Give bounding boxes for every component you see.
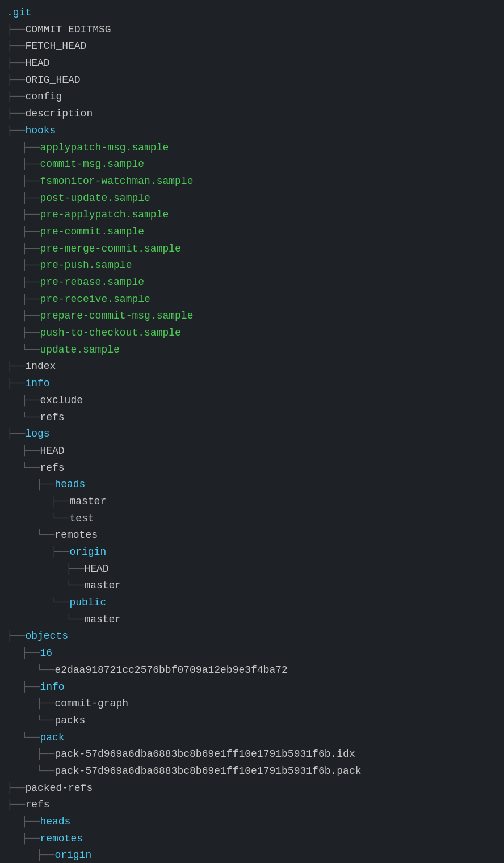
tree-item-pre-rebase: ├── pre-rebase.sample [7,274,497,291]
tree-item-refs-remotes: ├── remotes [7,831,497,848]
tree-item-post-update: ├── post-update.sample [7,190,497,207]
tree-item-name: HEAD [40,443,64,460]
tree-item-logs-refs-remotes-public-master: └── master [7,611,497,629]
tree-connector: ├── [7,797,25,814]
tree-item-name: pre-receive.sample [40,291,150,308]
tree-item-logs: ├── logs [7,426,497,443]
tree-item-objects-16: ├── 16 [7,645,497,662]
tree-connector: ├── [22,325,40,342]
tree-item-prepare-commit-msg: ├── prepare-commit-msg.sample [7,308,497,325]
tree-item-objects-info: ├── info [7,679,497,696]
tree-item-hooks: ├── hooks [7,123,497,140]
tree-item-name: e2daa918721cc2576bbf0709a12eb9e3f4ba72 [54,662,287,679]
tree-connector: └── [51,594,69,611]
tree-connector: ├── [7,123,25,140]
tree-connector: ├── [36,746,54,763]
tree-connector: ├── [22,224,40,241]
tree-connector: ├── [22,241,40,258]
tree-connector: ├── [22,207,40,224]
tree-item-name: config [25,89,62,106]
tree-connector: ├── [7,426,25,443]
tree-item-name: update.sample [40,342,119,359]
file-tree: .git├── COMMIT_EDITMSG├── FETCH_HEAD├── … [7,5,497,863]
tree-item-name: refs [40,460,64,477]
tree-connector: ├── [51,493,69,510]
tree-item-name: .git [7,5,31,22]
tree-item-name: fsmonitor-watchman.sample [40,173,193,190]
tree-item-orig-head: ├── ORIG_HEAD [7,72,497,89]
tree-connector: └── [36,763,54,780]
tree-item-name: FETCH_HEAD [25,38,86,55]
tree-connector: ├── [22,274,40,291]
tree-item-commit-msg: ├── commit-msg.sample [7,156,497,173]
tree-item-fsmonitor: ├── fsmonitor-watchman.sample [7,173,497,190]
tree-item-pre-push: ├── pre-push.sample [7,257,497,274]
tree-item-name: remotes [40,831,83,848]
tree-connector: └── [66,577,84,594]
tree-connector: ├── [22,392,40,409]
tree-item-refs-heads: ├── heads [7,814,497,831]
tree-item-index: ├── index [7,358,497,375]
tree-connector: └── [22,460,40,477]
tree-item-logs-refs: └── refs [7,460,497,477]
tree-item-name: master [84,611,121,629]
tree-item-logs-refs-remotes: └── remotes [7,527,497,544]
tree-item-name: push-to-checkout.sample [40,325,180,342]
tree-item-pre-merge-commit: ├── pre-merge-commit.sample [7,241,497,258]
tree-item-name: pre-rebase.sample [40,274,144,291]
tree-connector: ├── [66,561,84,578]
tree-item-logs-refs-remotes-origin: ├── origin [7,544,497,561]
tree-item-name: pack-57d969a6dba6883bc8b69e1ff10e1791b59… [54,746,355,763]
tree-item-fetch-head: ├── FETCH_HEAD [7,38,497,55]
tree-item-name: pre-merge-commit.sample [40,241,180,258]
tree-connector: ├── [7,628,25,645]
tree-connector: ├── [7,106,25,123]
tree-connector: └── [22,409,40,426]
tree-item-name: refs [40,409,64,426]
tree-item-name: index [25,358,56,375]
tree-connector: ├── [22,679,40,696]
tree-item-config: ├── config [7,89,497,106]
tree-connector: ├── [22,443,40,460]
tree-connector: ├── [22,831,40,848]
tree-item-name: packs [54,713,85,730]
tree-connector: ├── [7,780,25,797]
tree-connector: ├── [22,645,40,662]
tree-item-logs-head: ├── HEAD [7,443,497,460]
tree-connector: ├── [22,814,40,831]
tree-item-refs: ├── refs [7,797,497,814]
tree-item-name: master [69,493,106,510]
tree-connector: ├── [22,257,40,274]
tree-item-pre-applypatch: ├── pre-applypatch.sample [7,207,497,224]
tree-item-name: origin [69,544,106,561]
tree-item-update-sample: └── update.sample [7,342,497,359]
tree-item-logs-refs-remotes-public: └── public [7,594,497,611]
tree-item-name: description [25,106,93,123]
tree-item-exclude: ├── exclude [7,392,497,409]
tree-connector: └── [36,713,54,730]
tree-connector: ├── [36,696,54,713]
tree-connector: ├── [22,291,40,308]
tree-item-logs-refs-remotes-origin-master: └── master [7,577,497,594]
tree-item-name: ORIG_HEAD [25,72,80,89]
tree-item-objects-pack: └── pack [7,730,497,747]
tree-item-name: HEAD [84,561,108,578]
tree-connector: ├── [36,847,54,863]
tree-item-objects-info-commit-graph: ├── commit-graph [7,696,497,713]
tree-item-name: HEAD [25,55,49,72]
tree-connector: ├── [22,173,40,190]
tree-item-name: COMMIT_EDITMSG [25,22,111,39]
tree-item-name: test [69,510,94,527]
tree-item-name: applypatch-msg.sample [40,140,169,157]
tree-connector: ├── [22,190,40,207]
tree-item-name: refs [25,797,49,814]
tree-item-name: pack [40,730,64,747]
tree-item-head: ├── HEAD [7,55,497,72]
tree-item-objects: ├── objects [7,628,497,645]
tree-item-logs-refs-heads-master: ├── master [7,493,497,510]
tree-item-commit-editmsg: ├── COMMIT_EDITMSG [7,22,497,39]
tree-item-pre-commit: ├── pre-commit.sample [7,224,497,241]
tree-item-name: heads [54,476,85,493]
tree-item-name: pack-57d969a6dba6883bc8b69e1ff10e1791b59… [54,763,361,780]
tree-item-name: info [40,679,64,696]
